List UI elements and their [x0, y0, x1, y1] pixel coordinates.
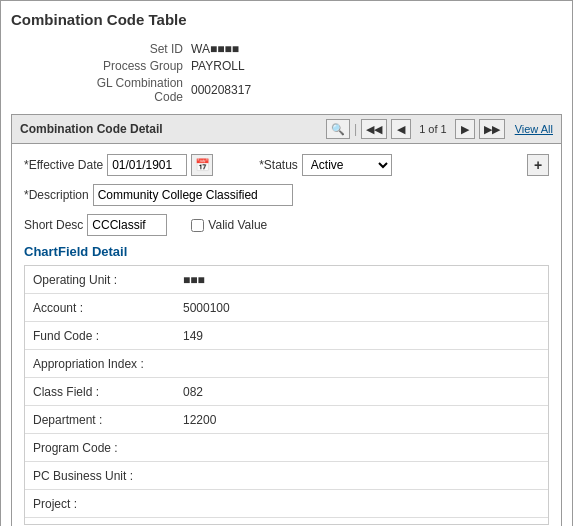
process-group-value: PAYROLL [191, 59, 245, 73]
cf-value-2: 149 [175, 324, 548, 348]
process-group-label: Process Group [71, 59, 191, 73]
effective-date-label: *Effective Date [24, 158, 103, 172]
status-select[interactable]: Active Inactive [302, 154, 392, 176]
info-table: Set ID WA■■■■ Process Group PAYROLL GL C… [71, 42, 562, 104]
valid-value-label: Valid Value [191, 218, 267, 232]
effective-date-input[interactable] [107, 154, 187, 176]
cf-label-9: Activity : [25, 520, 175, 525]
next-page-button[interactable]: ▶ [455, 119, 475, 139]
gl-combination-value: 000208317 [191, 83, 251, 97]
last-page-button[interactable]: ▶▶ [479, 119, 505, 139]
cf-row: PC Business Unit : [25, 462, 548, 490]
search-button[interactable]: 🔍 [326, 119, 350, 139]
cf-row: Operating Unit :■■■ [25, 266, 548, 294]
short-desc-input[interactable] [87, 214, 167, 236]
cf-value-6 [175, 443, 548, 453]
effective-date-field: *Effective Date 📅 [24, 154, 213, 176]
shortdesc-row: Short Desc Valid Value [24, 214, 549, 236]
add-button[interactable]: + [527, 154, 549, 176]
detail-section: *Effective Date 📅 *Status Active Inactiv… [12, 144, 561, 526]
description-row: *Description [24, 184, 549, 206]
process-group-row: Process Group PAYROLL [71, 59, 562, 73]
cf-value-0: ■■■ [175, 268, 548, 292]
cf-row: Appropriation Index : [25, 350, 548, 378]
cf-label-1: Account : [25, 296, 175, 320]
cf-value-1: 5000100 [175, 296, 548, 320]
cf-value-8 [175, 499, 548, 509]
setid-value: WA■■■■ [191, 42, 239, 56]
cf-row: Program Code : [25, 434, 548, 462]
combination-code-detail-section: Combination Code Detail 🔍 | ◀◀ ◀ 1 of 1 … [11, 114, 562, 526]
cf-row: Activity : [25, 518, 548, 525]
setid-row: Set ID WA■■■■ [71, 42, 562, 56]
description-label: *Description [24, 188, 89, 202]
cf-row: Department :12200 [25, 406, 548, 434]
first-page-button[interactable]: ◀◀ [361, 119, 387, 139]
prev-page-button[interactable]: ◀ [391, 119, 411, 139]
cf-row: Class Field :082 [25, 378, 548, 406]
short-desc-label: Short Desc [24, 218, 83, 232]
cf-value-5: 12200 [175, 408, 548, 432]
cf-value-7 [175, 471, 548, 481]
cf-value-4: 082 [175, 380, 548, 404]
status-label: *Status [259, 158, 298, 172]
cf-label-3: Appropriation Index : [25, 352, 175, 376]
section-title: Combination Code Detail [20, 122, 163, 136]
description-field: *Description [24, 184, 293, 206]
cf-label-2: Fund Code : [25, 324, 175, 348]
status-field: *Status Active Inactive [259, 154, 392, 176]
chartfield-title: ChartField Detail [24, 244, 549, 259]
cf-label-7: PC Business Unit : [25, 464, 175, 488]
cf-row: Fund Code :149 [25, 322, 548, 350]
cf-label-5: Department : [25, 408, 175, 432]
short-desc-field: Short Desc [24, 214, 167, 236]
description-input[interactable] [93, 184, 293, 206]
setid-label: Set ID [71, 42, 191, 56]
view-all-link[interactable]: View All [515, 123, 553, 135]
date-status-row: *Effective Date 📅 *Status Active Inactiv… [24, 154, 549, 176]
cf-row: Account :5000100 [25, 294, 548, 322]
calendar-button[interactable]: 📅 [191, 154, 213, 176]
page-title: Combination Code Table [11, 11, 562, 32]
cf-label-8: Project : [25, 492, 175, 516]
cf-row: Project : [25, 490, 548, 518]
cf-label-6: Program Code : [25, 436, 175, 460]
gl-combination-label: GL Combination Code [71, 76, 191, 104]
cf-label-4: Class Field : [25, 380, 175, 404]
toolbar-sep: | [354, 122, 357, 136]
chartfield-table: Operating Unit :■■■Account :5000100Fund … [24, 265, 549, 525]
section-toolbar: 🔍 | ◀◀ ◀ 1 of 1 ▶ ▶▶ View All [326, 119, 553, 139]
gl-combination-row: GL Combination Code 000208317 [71, 76, 562, 104]
valid-value-checkbox[interactable] [191, 219, 204, 232]
cf-value-3 [175, 359, 548, 369]
cf-label-0: Operating Unit : [25, 268, 175, 292]
valid-value-text: Valid Value [208, 218, 267, 232]
pagination-info: 1 of 1 [419, 123, 447, 135]
section-header: Combination Code Detail 🔍 | ◀◀ ◀ 1 of 1 … [12, 115, 561, 144]
